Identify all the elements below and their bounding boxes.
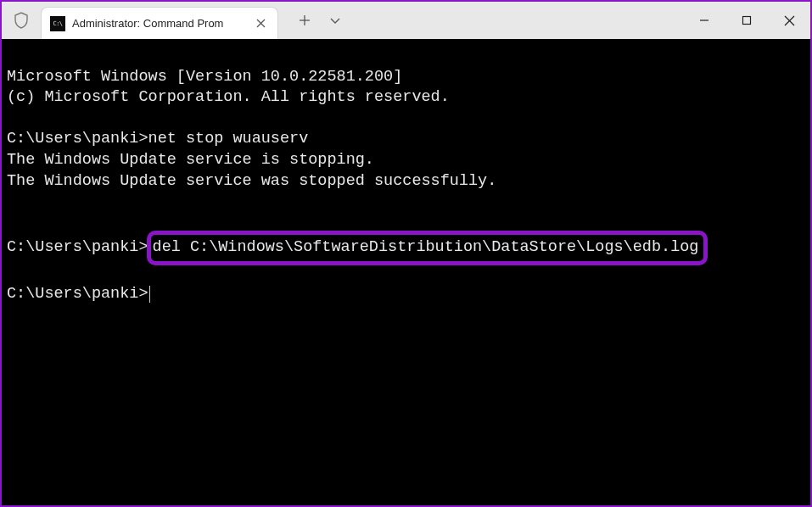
titlebar-left: C:\ Administrator: Command Prom: [2, 2, 350, 39]
terminal-line: The Windows Update service was stopped s…: [7, 172, 496, 190]
app-window: C:\ Administrator: Command Prom: [0, 0, 812, 507]
close-icon: [784, 15, 795, 26]
terminal-line: C:\Users\panki>: [7, 285, 150, 303]
shield-icon: [2, 12, 41, 29]
command-text: del C:\Windows\SoftwareDistribution\Data…: [153, 238, 699, 256]
chevron-down-icon: [329, 14, 341, 26]
tab-actions: [278, 6, 350, 35]
plus-icon: [299, 14, 311, 26]
close-icon: [256, 19, 266, 28]
cmd-icon: C:\: [50, 16, 65, 31]
prompt: C:\Users\panki>: [7, 130, 148, 148]
tab-close-button[interactable]: [252, 15, 269, 32]
text-cursor: [149, 286, 150, 303]
minimize-icon: [699, 15, 709, 25]
terminal-viewport[interactable]: Microsoft Windows [Version 10.0.22581.20…: [2, 39, 810, 505]
command-text: net stop wuauserv: [148, 130, 309, 148]
maximize-icon: [742, 15, 752, 25]
highlighted-command: del C:\Windows\SoftwareDistribution\Data…: [147, 231, 708, 265]
terminal-line: (c) Microsoft Corporation. All rights re…: [7, 88, 450, 106]
svg-rect-5: [743, 17, 751, 25]
terminal-line: Microsoft Windows [Version 10.0.22581.20…: [7, 68, 402, 86]
titlebar-drag-region[interactable]: [350, 2, 683, 39]
tab-title: Administrator: Command Prom: [72, 17, 223, 30]
terminal-line: C:\Users\panki>net stop wuauserv: [7, 130, 308, 148]
terminal-line: C:\Users\panki>del C:\Windows\SoftwareDi…: [7, 238, 708, 256]
maximize-button[interactable]: [725, 2, 768, 39]
titlebar[interactable]: C:\ Administrator: Command Prom: [2, 2, 810, 39]
prompt: C:\Users\panki>: [7, 285, 148, 303]
tab-active[interactable]: C:\ Administrator: Command Prom: [41, 7, 278, 39]
new-tab-button[interactable]: [290, 6, 319, 35]
prompt: C:\Users\panki>: [7, 238, 148, 256]
terminal-line: The Windows Update service is stopping.: [7, 151, 374, 169]
minimize-button[interactable]: [683, 2, 725, 39]
window-controls: [683, 2, 810, 39]
tab-dropdown-button[interactable]: [321, 6, 350, 35]
window-close-button[interactable]: [768, 2, 810, 39]
